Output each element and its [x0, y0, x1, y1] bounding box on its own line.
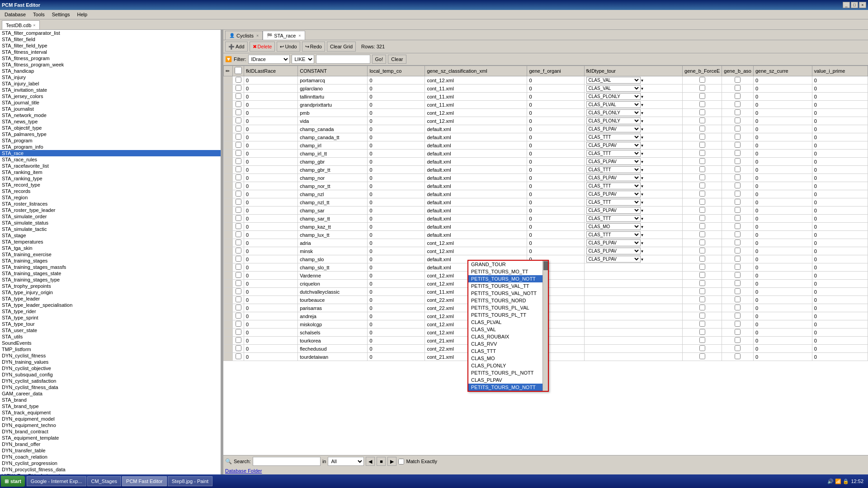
- sidebar-item[interactable]: STA_training_stages_state: [0, 270, 221, 277]
- sidebar-item[interactable]: STA_simulate_order: [0, 213, 221, 220]
- cell-fkidtype[interactable]: CLAS_PLONLY▼: [584, 93, 683, 101]
- b-aso-checkbox[interactable]: [735, 166, 741, 172]
- row-checkbox[interactable]: [236, 231, 241, 237]
- sidebar-item[interactable]: STA_palmares_type: [0, 131, 221, 137]
- row-checkbox[interactable]: [236, 280, 241, 286]
- row-checkbox[interactable]: [236, 264, 241, 270]
- sidebar-item[interactable]: DYN_cyclist_progression: [0, 460, 221, 466]
- col-gene-sz-curr[interactable]: gene_sz_curre: [753, 66, 812, 76]
- search-prev-button[interactable]: ◀: [366, 457, 375, 466]
- sidebar-item[interactable]: STA_injury_label: [0, 80, 221, 87]
- b-force-checkbox[interactable]: [699, 313, 705, 319]
- menu-help[interactable]: Help: [75, 11, 90, 18]
- sidebar-item[interactable]: STA_type_leader: [0, 296, 221, 302]
- row-checkbox[interactable]: [236, 85, 241, 91]
- cell-fkidtype[interactable]: [584, 280, 683, 288]
- cell-fkidtype[interactable]: [584, 288, 683, 296]
- table-row[interactable]: 0champ_nzl0default.xml0CLAS_PLPAV▼00: [224, 190, 868, 198]
- row-checkbox[interactable]: [236, 207, 241, 213]
- cyclists-tab-close[interactable]: ×: [256, 33, 259, 38]
- b-aso-checkbox[interactable]: [735, 337, 741, 343]
- dropdown-popup-item[interactable]: PETITS_TOURS_VAL_NOTT: [468, 290, 542, 297]
- sidebar-item[interactable]: STA_racefavorite_list: [0, 163, 221, 169]
- sidebar-item[interactable]: STA_region: [0, 194, 221, 201]
- fkidtype-select[interactable]: CLAS_PLONLY: [586, 109, 641, 116]
- sidebar-item[interactable]: STA_type_sprint: [0, 314, 221, 321]
- table-row[interactable]: 0champ_irl0default.xml0CLAS_PLPAV▼00: [224, 141, 868, 150]
- b-force-checkbox[interactable]: [699, 280, 705, 286]
- col-fkidtype-tour[interactable]: fkIDtype_tour: [584, 66, 683, 76]
- table-row[interactable]: 0champ_sar0default.xml0CLAS_PLPAV▼00: [224, 206, 868, 215]
- b-aso-checkbox[interactable]: [735, 288, 741, 294]
- sidebar-item[interactable]: STA_news_type: [0, 118, 221, 125]
- row-checkbox[interactable]: [236, 215, 241, 221]
- sidebar-item[interactable]: STA_filter_field_type: [0, 42, 221, 49]
- cell-fkidtype[interactable]: CLAS_TTT▼: [584, 133, 683, 141]
- cell-fkidtype[interactable]: CLAS_TTT▼: [584, 166, 683, 174]
- b-force-checkbox[interactable]: [699, 199, 705, 205]
- table-row[interactable]: 0gplarclano0cont_11.xml0CLAS_VAL▼00: [224, 84, 868, 93]
- b-aso-checkbox[interactable]: [735, 191, 741, 197]
- row-checkbox[interactable]: [236, 199, 241, 205]
- b-force-checkbox[interactable]: [699, 174, 705, 180]
- sidebar-item[interactable]: STA_journal_title: [0, 99, 221, 106]
- table-row[interactable]: 0grandprixttartu0cont_11.xml0CLAS_PLVAL▼…: [224, 101, 868, 109]
- b-aso-checkbox[interactable]: [735, 272, 741, 278]
- sidebar-item[interactable]: STA_training_stages: [0, 258, 221, 264]
- sidebar-item[interactable]: DYN_cyclist_objective: [0, 365, 221, 371]
- filter-field-select[interactable]: IDrace CONSTANT fkIDtype_tour: [248, 55, 290, 64]
- dropdown-popup-item[interactable]: CLAS_PLPAV: [468, 376, 542, 384]
- cell-fkidtype[interactable]: CLAS_TTT▼: [584, 198, 683, 206]
- sidebar-tab-close[interactable]: ×: [33, 23, 35, 28]
- cell-fkidtype[interactable]: CLAS_PLVAL▼: [584, 101, 683, 109]
- row-checkbox[interactable]: [236, 109, 241, 115]
- b-force-checkbox[interactable]: [699, 239, 705, 245]
- b-aso-checkbox[interactable]: [735, 207, 741, 213]
- col-gene-sz-class[interactable]: gene_sz_classification_xml: [425, 66, 527, 76]
- clear-grid-button[interactable]: Clear Grid: [327, 42, 356, 52]
- sidebar-item[interactable]: STA_roster_listraces: [0, 201, 221, 207]
- redo-button[interactable]: ↪ Redo: [302, 42, 325, 52]
- dropdown-popup-item[interactable]: CLAS_PLVAL: [468, 319, 542, 326]
- b-force-checkbox[interactable]: [699, 305, 705, 310]
- search-field-select[interactable]: All: [328, 457, 364, 466]
- table-row[interactable]: 0champ_nzl_tt0default.xml0CLAS_TTT▼00: [224, 198, 868, 206]
- fkidtype-select[interactable]: CLAS_TTT: [586, 134, 641, 141]
- sidebar-item[interactable]: STA_roster_type_leader: [0, 207, 221, 213]
- sidebar-item[interactable]: STA_program: [0, 137, 221, 144]
- b-aso-checkbox[interactable]: [735, 305, 741, 310]
- sidebar-item[interactable]: STA_training_stages_massfs: [0, 264, 221, 270]
- row-checkbox[interactable]: [236, 223, 241, 229]
- sidebar-item[interactable]: STA_invitation_state: [0, 87, 221, 93]
- sidebar-item[interactable]: DYN_cyclist_fitness_data: [0, 384, 221, 390]
- sidebar-item[interactable]: STA_fitness_program_week: [0, 61, 221, 68]
- b-aso-checkbox[interactable]: [735, 117, 741, 123]
- fkidtype-select[interactable]: CLAS_VAL: [586, 77, 641, 84]
- b-force-checkbox[interactable]: [699, 353, 705, 359]
- fkidtype-select[interactable]: CLAS_TTT: [586, 166, 641, 173]
- fkidtype-select[interactable]: CLAS_PLONLY: [586, 117, 641, 124]
- table-row[interactable]: 0champ_canada_tt0default.xml0CLAS_TTT▼00: [224, 133, 868, 141]
- sidebar-item[interactable]: STA_objectif_type: [0, 125, 221, 131]
- cell-fkidtype[interactable]: CLAS_PLPAV▼: [584, 125, 683, 133]
- col-value-i-prime[interactable]: value_i_prime: [812, 66, 868, 76]
- fkidtype-select[interactable]: CLAS_TTT: [586, 150, 641, 157]
- table-row[interactable]: 0champ_gbr_tt0default.xml0CLAS_TTT▼00: [224, 166, 868, 174]
- b-aso-checkbox[interactable]: [735, 85, 741, 91]
- delete-button[interactable]: ✖ Delete: [250, 42, 275, 52]
- col-fkidlastrace[interactable]: fkIDLastRace: [244, 66, 298, 76]
- sidebar-item[interactable]: DYN_brand_contract: [0, 428, 221, 435]
- match-exactly-checkbox[interactable]: [398, 459, 404, 465]
- dropdown-popup-item[interactable]: CLAS_VAL: [468, 326, 542, 333]
- col-gene-b-aso[interactable]: gene_b_aso: [722, 66, 754, 76]
- maximize-button[interactable]: □: [851, 2, 858, 8]
- filter-value-input[interactable]: [316, 55, 370, 64]
- table-row[interactable]: 0champ_lux_tt0default.xml0CLAS_TTT▼00: [224, 231, 868, 239]
- sidebar-item[interactable]: DYN_training_values: [0, 359, 221, 365]
- b-force-checkbox[interactable]: [699, 166, 705, 172]
- b-aso-checkbox[interactable]: [735, 199, 741, 205]
- cell-fkidtype[interactable]: CLAS_PLPAV▼: [584, 255, 683, 263]
- sidebar-item[interactable]: STA_filter_field: [0, 36, 221, 42]
- sidebar-item[interactable]: DYN_transfer_table: [0, 447, 221, 454]
- b-aso-checkbox[interactable]: [735, 223, 741, 229]
